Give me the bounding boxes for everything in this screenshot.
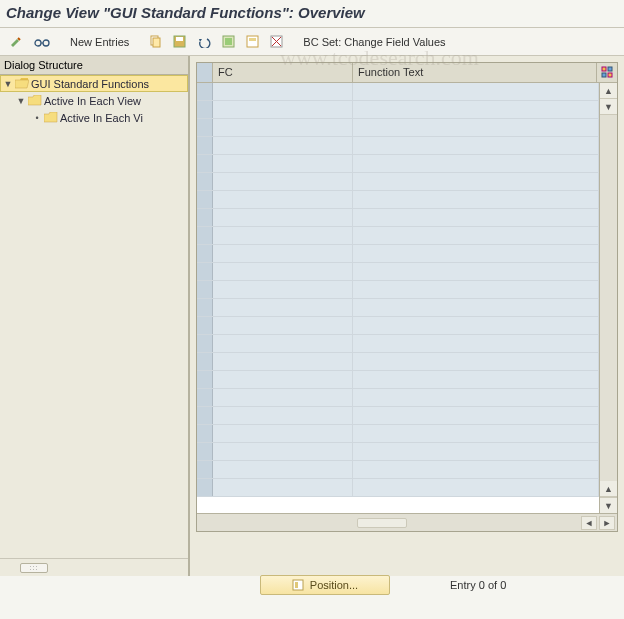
new-entries-button[interactable]: New Entries (67, 36, 132, 48)
cell-function-text[interactable] (353, 353, 599, 370)
cell-fc[interactable] (213, 191, 353, 208)
scroll-up2-icon[interactable]: ▲ (600, 481, 617, 497)
cell-function-text[interactable] (353, 119, 599, 136)
row-marker[interactable] (197, 299, 213, 316)
cell-function-text[interactable] (353, 407, 599, 424)
table-row[interactable] (197, 443, 599, 461)
cell-function-text[interactable] (353, 209, 599, 226)
table-row[interactable] (197, 101, 599, 119)
cell-function-text[interactable] (353, 137, 599, 154)
cell-fc[interactable] (213, 371, 353, 388)
toggle-edit-icon[interactable] (6, 32, 26, 52)
cell-fc[interactable] (213, 461, 353, 478)
cell-function-text[interactable] (353, 173, 599, 190)
cell-fc[interactable] (213, 335, 353, 352)
row-marker[interactable] (197, 155, 213, 172)
cell-function-text[interactable] (353, 191, 599, 208)
cell-fc[interactable] (213, 479, 353, 496)
h-scroll-thumb[interactable] (357, 518, 407, 528)
cell-function-text[interactable] (353, 83, 599, 100)
expander-icon[interactable]: ▼ (3, 79, 13, 89)
cell-function-text[interactable] (353, 389, 599, 406)
cell-function-text[interactable] (353, 443, 599, 460)
cell-fc[interactable] (213, 389, 353, 406)
cell-fc[interactable] (213, 317, 353, 334)
scroll-up-icon[interactable]: ▲ (600, 83, 617, 99)
row-marker[interactable] (197, 425, 213, 442)
cell-fc[interactable] (213, 155, 353, 172)
cell-fc[interactable] (213, 245, 353, 262)
row-marker[interactable] (197, 389, 213, 406)
table-row[interactable] (197, 335, 599, 353)
cell-fc[interactable] (213, 227, 353, 244)
row-marker[interactable] (197, 479, 213, 496)
cell-fc[interactable] (213, 407, 353, 424)
row-marker[interactable] (197, 353, 213, 370)
cell-function-text[interactable] (353, 335, 599, 352)
row-marker[interactable] (197, 173, 213, 190)
copy-icon[interactable] (146, 32, 165, 52)
table-row[interactable] (197, 227, 599, 245)
table-row[interactable] (197, 263, 599, 281)
cell-function-text[interactable] (353, 371, 599, 388)
tree-h-scrollbar[interactable]: ::: (0, 558, 188, 576)
cell-function-text[interactable] (353, 227, 599, 244)
cell-function-text[interactable] (353, 245, 599, 262)
bcset-button[interactable]: BC Set: Change Field Values (300, 36, 448, 48)
table-row[interactable] (197, 407, 599, 425)
row-marker[interactable] (197, 191, 213, 208)
save-icon[interactable] (170, 32, 189, 52)
row-marker[interactable] (197, 227, 213, 244)
row-marker[interactable] (197, 209, 213, 226)
vertical-scrollbar[interactable]: ▲ ▼ ▲ ▼ (599, 83, 617, 513)
undo-icon[interactable] (194, 32, 214, 52)
cell-function-text[interactable] (353, 425, 599, 442)
table-row[interactable] (197, 173, 599, 191)
table-row[interactable] (197, 479, 599, 497)
table-row[interactable] (197, 317, 599, 335)
tree-node-gui-standard-functions[interactable]: ▼ GUI Standard Functions (0, 75, 188, 92)
table-config-icon[interactable] (597, 63, 617, 82)
scroll-right-icon[interactable]: ► (599, 516, 615, 530)
cell-function-text[interactable] (353, 263, 599, 280)
cell-function-text[interactable] (353, 299, 599, 316)
row-marker-header[interactable] (197, 63, 213, 82)
table-row[interactable] (197, 299, 599, 317)
row-marker[interactable] (197, 371, 213, 388)
row-marker[interactable] (197, 83, 213, 100)
select-block-icon[interactable] (243, 32, 262, 52)
row-marker[interactable] (197, 245, 213, 262)
tree-node-active-in-each-vi[interactable]: • Active In Each Vi (0, 109, 188, 126)
row-marker[interactable] (197, 119, 213, 136)
table-row[interactable] (197, 137, 599, 155)
cell-fc[interactable] (213, 263, 353, 280)
cell-function-text[interactable] (353, 317, 599, 334)
column-header-fc[interactable]: FC (213, 63, 353, 82)
table-row[interactable] (197, 155, 599, 173)
table-row[interactable] (197, 119, 599, 137)
scroll-left-icon[interactable]: ◄ (581, 516, 597, 530)
row-marker[interactable] (197, 461, 213, 478)
deselect-all-icon[interactable] (267, 32, 286, 52)
table-row[interactable] (197, 425, 599, 443)
row-marker[interactable] (197, 335, 213, 352)
cell-function-text[interactable] (353, 461, 599, 478)
cell-fc[interactable] (213, 281, 353, 298)
column-header-function-text[interactable]: Function Text (353, 63, 597, 82)
table-row[interactable] (197, 191, 599, 209)
cell-fc[interactable] (213, 443, 353, 460)
cell-fc[interactable] (213, 83, 353, 100)
table-row[interactable] (197, 209, 599, 227)
row-marker[interactable] (197, 281, 213, 298)
row-marker[interactable] (197, 443, 213, 460)
cell-fc[interactable] (213, 173, 353, 190)
row-marker[interactable] (197, 407, 213, 424)
row-marker[interactable] (197, 137, 213, 154)
glasses-icon[interactable] (31, 32, 53, 52)
cell-fc[interactable] (213, 353, 353, 370)
scroll-down-icon[interactable]: ▼ (600, 99, 617, 115)
scroll-down2-icon[interactable]: ▼ (600, 497, 617, 513)
row-marker[interactable] (197, 317, 213, 334)
table-row[interactable] (197, 245, 599, 263)
table-row[interactable] (197, 389, 599, 407)
